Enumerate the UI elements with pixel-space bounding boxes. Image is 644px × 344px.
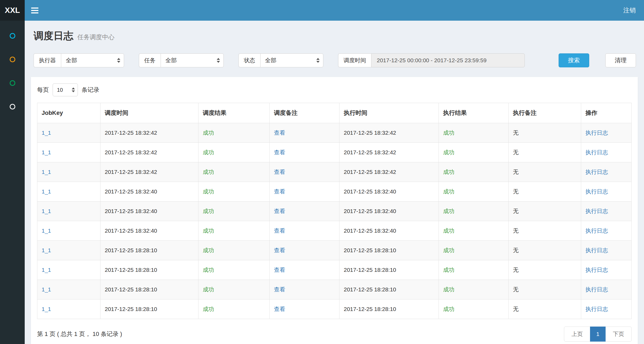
dispatch-time-cell: 2017-12-25 18:32:42 <box>100 123 198 143</box>
jobkey-cell: 1_1 <box>37 182 100 202</box>
dispatch-result-cell: 成功 <box>198 182 270 202</box>
exec-time-cell: 2017-12-25 18:28:10 <box>339 260 439 280</box>
dispatch-remark-link[interactable]: 查看 <box>274 306 285 312</box>
app-logo[interactable]: XXL <box>0 0 25 21</box>
exec-result-cell: 成功 <box>439 202 509 221</box>
jobkey-link[interactable]: 1_1 <box>42 247 51 253</box>
dispatch-remark-link[interactable]: 查看 <box>274 188 285 195</box>
select-stepper-icon <box>316 58 320 63</box>
table-row: 1_1 2017-12-25 18:32:42 成功 查看 2017-12-25… <box>37 143 632 162</box>
jobkey-link[interactable]: 1_1 <box>42 267 51 273</box>
jobkey-link[interactable]: 1_1 <box>42 286 51 292</box>
dispatch-remark-link[interactable]: 查看 <box>274 267 285 273</box>
exec-log-link[interactable]: 执行日志 <box>585 149 608 155</box>
dispatch-remark-link[interactable]: 查看 <box>274 286 285 292</box>
dispatch-time-cell: 2017-12-25 18:28:10 <box>100 299 198 319</box>
dispatch-remark-cell: 查看 <box>270 202 339 221</box>
dispatch-time-input[interactable]: 2017-12-25 00:00:00 - 2017-12-25 23:59:5… <box>371 53 525 67</box>
dispatch-time-cell: 2017-12-25 18:32:40 <box>100 221 198 241</box>
log-panel: 每页 10 条记录 JobKey调度时间调度结果调度备注执行时间执行结果执行备注… <box>31 77 638 344</box>
exec-log-link[interactable]: 执行日志 <box>585 306 608 312</box>
exec-log-link[interactable]: 执行日志 <box>585 267 608 273</box>
exec-remark-cell: 无 <box>509 221 581 241</box>
page-size-suffix: 条记录 <box>82 86 99 94</box>
circle-icon <box>10 33 15 39</box>
page-subtitle: 任务调度中心 <box>77 33 114 41</box>
action-cell: 执行日志 <box>581 123 632 143</box>
jobkey-link[interactable]: 1_1 <box>42 228 51 234</box>
current-page-button[interactable]: 1 <box>590 327 606 342</box>
dispatch-remark-link[interactable]: 查看 <box>274 228 285 234</box>
dispatch-time-cell: 2017-12-25 18:28:10 <box>100 241 198 260</box>
jobkey-link[interactable]: 1_1 <box>42 208 51 214</box>
next-page-button[interactable]: 下页 <box>605 327 632 342</box>
exec-time-cell: 2017-12-25 18:28:10 <box>339 280 439 299</box>
exec-result-cell: 成功 <box>439 182 509 202</box>
jobkey-link[interactable]: 1_1 <box>42 188 51 195</box>
jobkey-link[interactable]: 1_1 <box>42 130 51 136</box>
dispatch-remark-link[interactable]: 查看 <box>274 247 285 253</box>
dispatch-remark-cell: 查看 <box>270 280 339 299</box>
logout-link[interactable]: 注销 <box>615 6 644 14</box>
sidebar <box>0 21 25 344</box>
action-cell: 执行日志 <box>581 202 632 221</box>
dispatch-remark-cell: 查看 <box>270 260 339 280</box>
exec-log-link[interactable]: 执行日志 <box>585 286 608 292</box>
sidebar-item-4[interactable] <box>0 95 25 118</box>
status-filter: 状态 全部 <box>238 53 323 67</box>
exec-remark-cell: 无 <box>509 162 581 182</box>
exec-log-link[interactable]: 执行日志 <box>585 208 608 214</box>
jobkey-cell: 1_1 <box>37 162 100 182</box>
page-size-select[interactable]: 10 <box>53 83 78 96</box>
exec-log-link[interactable]: 执行日志 <box>585 247 608 253</box>
dispatch-time-cell: 2017-12-25 18:32:40 <box>100 182 198 202</box>
hamburger-icon <box>31 8 38 9</box>
dispatch-result-cell: 成功 <box>198 123 270 143</box>
dispatch-result-cell: 成功 <box>198 162 270 182</box>
dispatch-remark-link[interactable]: 查看 <box>274 130 285 136</box>
dispatch-remark-cell: 查看 <box>270 182 339 202</box>
dispatch-remark-cell: 查看 <box>270 221 339 241</box>
exec-log-link[interactable]: 执行日志 <box>585 188 608 195</box>
dispatch-result-cell: 成功 <box>198 221 270 241</box>
search-button[interactable]: 搜索 <box>559 53 589 67</box>
prev-page-button[interactable]: 上页 <box>564 327 590 342</box>
exec-log-link[interactable]: 执行日志 <box>585 130 608 136</box>
jobkey-cell: 1_1 <box>37 123 100 143</box>
executor-filter-value: 全部 <box>66 57 77 64</box>
action-cell: 执行日志 <box>581 241 632 260</box>
top-navbar: XXL 注销 <box>0 0 644 21</box>
executor-filter: 执行器 全部 <box>34 53 124 67</box>
dispatch-remark-link[interactable]: 查看 <box>274 169 285 175</box>
dispatch-result-cell: 成功 <box>198 241 270 260</box>
jobkey-cell: 1_1 <box>37 260 100 280</box>
dispatch-remark-link[interactable]: 查看 <box>274 149 285 155</box>
sidebar-item-1[interactable] <box>0 24 25 47</box>
sidebar-toggle-button[interactable] <box>25 0 45 21</box>
table-row: 1_1 2017-12-25 18:28:10 成功 查看 2017-12-25… <box>37 280 632 299</box>
sidebar-item-2[interactable] <box>0 47 25 71</box>
sidebar-item-3[interactable] <box>0 71 25 95</box>
jobkey-link[interactable]: 1_1 <box>42 149 51 155</box>
dispatch-remark-cell: 查看 <box>270 241 339 260</box>
executor-filter-select[interactable]: 全部 <box>61 53 124 67</box>
exec-time-cell: 2017-12-25 18:32:42 <box>339 123 439 143</box>
job-filter-select[interactable]: 全部 <box>161 53 224 67</box>
exec-remark-cell: 无 <box>509 260 581 280</box>
page-title: 调度日志 任务调度中心 <box>34 29 635 43</box>
dispatch-remark-link[interactable]: 查看 <box>274 208 285 214</box>
exec-log-link[interactable]: 执行日志 <box>585 228 608 234</box>
clear-button[interactable]: 清理 <box>605 53 636 67</box>
jobkey-link[interactable]: 1_1 <box>42 169 51 175</box>
jobkey-link[interactable]: 1_1 <box>42 306 51 312</box>
exec-result-cell: 成功 <box>439 280 509 299</box>
select-stepper-icon <box>117 58 120 63</box>
exec-remark-cell: 无 <box>509 143 581 162</box>
column-header: 调度结果 <box>198 103 270 123</box>
status-filter-select[interactable]: 全部 <box>260 53 323 67</box>
exec-time-cell: 2017-12-25 18:32:42 <box>339 162 439 182</box>
dispatch-time-cell: 2017-12-25 18:32:42 <box>100 143 198 162</box>
column-header: 操作 <box>581 103 632 123</box>
exec-log-link[interactable]: 执行日志 <box>585 169 608 175</box>
exec-remark-cell: 无 <box>509 123 581 143</box>
